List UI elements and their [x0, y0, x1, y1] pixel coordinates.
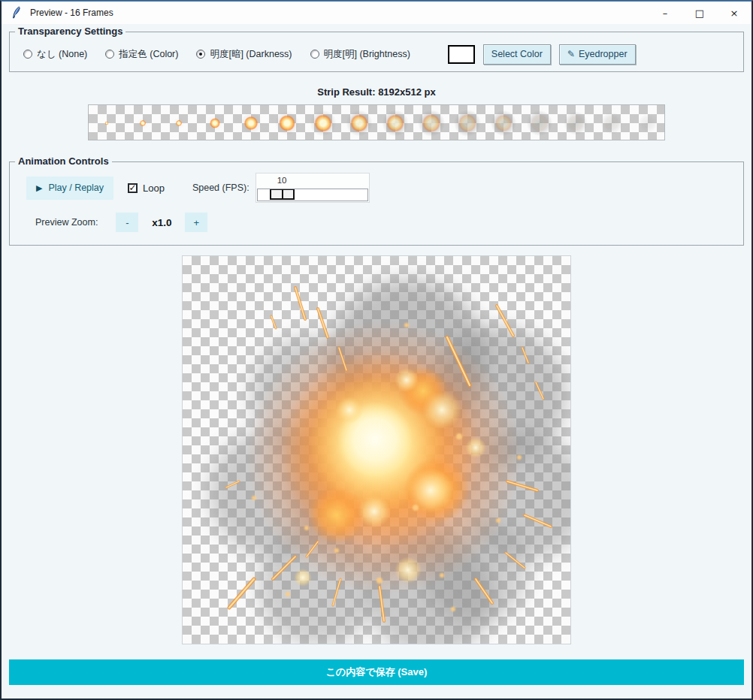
eyedropper-label: Eyedropper: [579, 49, 628, 59]
strip-frame-14: [558, 105, 594, 141]
play-icon: ▶: [36, 183, 42, 193]
transparency-settings-legend: Transparency Settings: [15, 26, 126, 37]
strip-frame-5: [233, 105, 269, 141]
strip-frame-13: [522, 105, 558, 141]
play-replay-button[interactable]: ▶ Play / Replay: [26, 177, 113, 200]
loop-checkbox[interactable]: ✓: [128, 183, 138, 193]
color-swatch: [448, 45, 475, 64]
zoom-in-button[interactable]: +: [185, 213, 207, 232]
loop-checkbox-row[interactable]: ✓ Loop: [128, 183, 165, 194]
window-title: Preview - 16 Frames: [30, 8, 113, 18]
strip-frame-3: [161, 105, 197, 141]
strip-result-title: Strip Result: 8192x512 px: [9, 86, 744, 98]
maximize-button[interactable]: □: [682, 2, 717, 24]
title-bar: Preview - 16 Frames – □ ×: [2, 2, 751, 24]
radio-circle-color[interactable]: [105, 50, 114, 59]
strip-frame-12: [485, 105, 522, 141]
speed-slider-trough[interactable]: [257, 189, 368, 201]
explosion-frame-image: [183, 256, 570, 644]
strip-frame-10: [413, 105, 449, 141]
save-button[interactable]: この内容で保存 (Save): [9, 659, 744, 685]
eyedropper-icon: ✎: [567, 49, 575, 59]
close-button[interactable]: ×: [717, 2, 751, 24]
radio-circle-darkness[interactable]: [196, 50, 205, 59]
radio-label-none: なし (None): [37, 48, 87, 61]
select-color-label: Select Color: [491, 49, 543, 59]
strip-frame-7: [305, 105, 341, 141]
play-replay-label: Play / Replay: [48, 183, 104, 193]
radio-color[interactable]: 指定色 (Color): [105, 48, 178, 61]
minimize-button[interactable]: –: [648, 2, 682, 24]
strip-frame-2: [125, 105, 161, 141]
loop-label: Loop: [143, 183, 165, 194]
app-window: Preview - 16 Frames – □ × Transparency S…: [0, 0, 753, 700]
animation-controls-group: Animation Controls ▶ Play / Replay ✓ Loo…: [9, 161, 744, 246]
preview-canvas: [182, 255, 571, 644]
speed-slider-value: 10: [277, 176, 287, 185]
radio-circle-brightness[interactable]: [310, 50, 319, 59]
zoom-out-button[interactable]: -: [116, 213, 138, 232]
radio-label-color: 指定色 (Color): [119, 48, 178, 61]
strip-frame-4: [197, 105, 233, 141]
frame-strip: [88, 104, 665, 140]
speed-slider[interactable]: 10: [256, 173, 370, 203]
radio-label-brightness: 明度[明] (Brightness): [324, 48, 410, 61]
window-content: Transparency Settings なし (None)指定色 (Colo…: [2, 24, 751, 698]
strip-frame-11: [449, 105, 485, 141]
animation-controls-legend: Animation Controls: [15, 155, 112, 167]
strip-frame-6: [269, 105, 305, 141]
radio-label-darkness: 明度[暗] (Darkness): [210, 48, 292, 61]
radio-darkness[interactable]: 明度[暗] (Darkness): [196, 48, 292, 61]
tk-feather-icon: [11, 6, 23, 20]
transparency-settings-group: Transparency Settings なし (None)指定色 (Colo…: [9, 32, 744, 72]
radio-circle-none[interactable]: [23, 50, 32, 59]
speed-slider-handle[interactable]: [270, 189, 295, 200]
zoom-value: x1.0: [138, 217, 185, 228]
fireball-layer: [247, 321, 521, 594]
speed-fps-label: Speed (FPS):: [192, 183, 249, 193]
radio-brightness[interactable]: 明度[明] (Brightness): [310, 48, 410, 61]
strip-frame-9: [377, 105, 413, 141]
transparency-radio-row: なし (None)指定色 (Color)明度[暗] (Darkness)明度[明…: [23, 48, 428, 61]
radio-none[interactable]: なし (None): [23, 48, 87, 61]
preview-zoom-label: Preview Zoom:: [35, 217, 98, 228]
strip-frame-15: [594, 105, 630, 141]
strip-frame-8: [341, 105, 377, 141]
strip-frame-16: [630, 105, 666, 141]
eyedropper-button[interactable]: ✎ Eyedropper: [559, 44, 636, 65]
select-color-button[interactable]: Select Color: [483, 44, 551, 65]
strip-frame-1: [89, 105, 125, 141]
